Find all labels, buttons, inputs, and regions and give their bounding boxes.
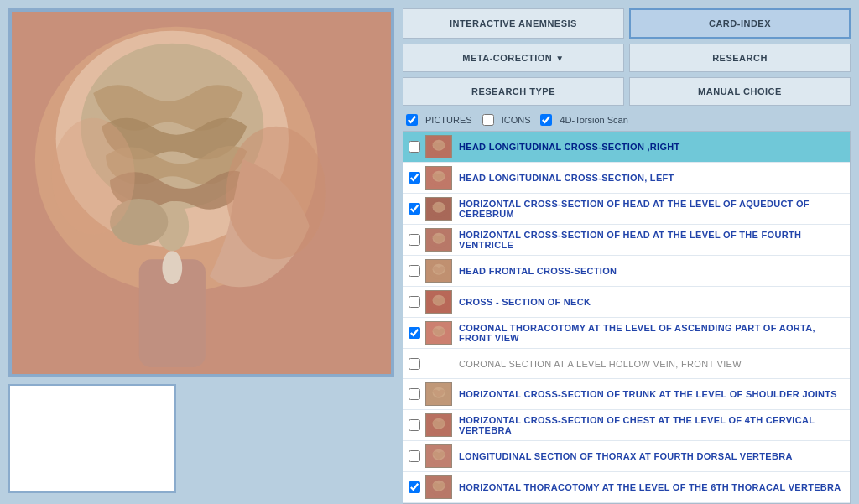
- item-thumbnail: [425, 382, 452, 406]
- pictures-label: PICTURES: [425, 115, 472, 125]
- pictures-filter[interactable]: PICTURES: [406, 114, 472, 126]
- svg-point-8: [226, 127, 326, 260]
- scan-label: 4D-Torsion Scan: [560, 115, 627, 125]
- filter-row: PICTURES ICONS 4D-Torsion Scan: [403, 114, 851, 126]
- item-checkbox[interactable]: [409, 358, 420, 370]
- nav-button-grid: INTERACTIVE ANEMNESIS CARD-INDEX META-CO…: [403, 8, 851, 106]
- list-item[interactable]: HORIZONTAL CROSS-SECTION OF HEAD AT THE …: [403, 194, 850, 225]
- left-panel: [8, 8, 394, 504]
- item-checkbox[interactable]: [409, 481, 420, 493]
- research-type-button[interactable]: RESEARCH TYPE: [403, 77, 624, 106]
- icons-label: ICONS: [502, 115, 531, 125]
- research-button[interactable]: RESEARCH: [629, 44, 851, 72]
- svg-point-9: [52, 118, 135, 235]
- item-thumbnail: [425, 135, 452, 158]
- card-index-button[interactable]: CARD-INDEX: [629, 8, 851, 39]
- item-label: HEAD LONGITUDINAL CROSS-SECTION, LEFT: [459, 173, 674, 183]
- list-item[interactable]: HORIZONTAL CROSS-SECTION OF TRUNK AT THE…: [403, 379, 850, 410]
- item-label: HORIZONTAL CROSS-SECTION OF CHEST AT THE…: [459, 415, 845, 435]
- item-label: HORIZONTAL CROSS-SECTION OF HEAD AT THE …: [459, 230, 845, 250]
- item-thumbnail: [425, 166, 452, 190]
- item-thumbnail: [425, 290, 452, 314]
- pictures-checkbox[interactable]: [406, 114, 418, 126]
- item-thumbnail: [425, 413, 452, 437]
- item-label: HORIZONTAL CROSS-SECTION OF HEAD AT THE …: [459, 199, 845, 219]
- item-label: CROSS - SECTION OF NECK: [459, 297, 591, 307]
- list-item[interactable]: CORONAL SECTION AT A LEVEL HOLLOW VEIN, …: [403, 349, 850, 379]
- item-checkbox[interactable]: [409, 234, 420, 246]
- list-item[interactable]: LONGITUDINAL SECTION OF THORAX AT FOURTH…: [403, 441, 850, 472]
- svg-point-5: [162, 251, 182, 284]
- anatomy-image: [8, 8, 394, 377]
- item-thumbnail: [425, 444, 452, 468]
- anatomy-list[interactable]: HEAD LONGITUDINAL CROSS-SECTION ,RIGHT H…: [403, 131, 851, 504]
- right-panel: INTERACTIVE ANEMNESIS CARD-INDEX META-CO…: [403, 8, 851, 504]
- list-item[interactable]: HEAD LONGITUDINAL CROSS-SECTION ,RIGHT: [403, 132, 850, 163]
- icons-filter[interactable]: ICONS: [482, 114, 531, 126]
- list-item[interactable]: CORONAL THORACOTOMY AT THE LEVEL OF ASCE…: [403, 318, 850, 349]
- item-thumbnail: [425, 259, 452, 283]
- list-item[interactable]: HEAD FRONTAL CROSS-SECTION: [403, 256, 850, 287]
- small-preview-box: [8, 384, 176, 493]
- scan-filter[interactable]: 4D-Torsion Scan: [540, 114, 627, 126]
- item-thumbnail: [425, 321, 452, 345]
- item-label: HORIZONTAL CROSS-SECTION OF TRUNK AT THE…: [459, 389, 837, 399]
- item-label: CORONAL SECTION AT A LEVEL HOLLOW VEIN, …: [459, 359, 742, 369]
- item-checkbox[interactable]: [409, 203, 420, 215]
- list-item[interactable]: HORIZONTAL CROSS-SECTION OF HEAD AT THE …: [403, 225, 850, 256]
- interactive-anemnesis-button[interactable]: INTERACTIVE ANEMNESIS: [403, 8, 624, 39]
- item-checkbox[interactable]: [409, 296, 420, 308]
- icons-checkbox[interactable]: [482, 114, 494, 126]
- item-checkbox[interactable]: [409, 419, 420, 431]
- item-checkbox[interactable]: [409, 450, 420, 462]
- item-label: HEAD FRONTAL CROSS-SECTION: [459, 266, 617, 276]
- item-checkbox[interactable]: [409, 141, 420, 153]
- item-label: LONGITUDINAL SECTION OF THORAX AT FOURTH…: [459, 451, 793, 461]
- item-thumbnail: [425, 228, 452, 252]
- item-label: HORIZONTAL THORACOTOMY AT THE LEVEL OF T…: [459, 482, 841, 492]
- list-item[interactable]: CROSS - SECTION OF NECK: [403, 287, 850, 318]
- item-checkbox[interactable]: [409, 172, 420, 184]
- manual-choice-button[interactable]: MANUAL CHOICE: [629, 77, 851, 106]
- meta-corection-button[interactable]: META-CORECTION ▼: [403, 44, 624, 72]
- dropdown-arrow-icon: ▼: [555, 54, 564, 63]
- item-label: HEAD LONGITUDINAL CROSS-SECTION ,RIGHT: [459, 142, 680, 152]
- list-item[interactable]: HEAD LONGITUDINAL CROSS-SECTION, LEFT: [403, 163, 850, 194]
- list-item[interactable]: HORIZONTAL CROSS-SECTION OF CHEST AT THE…: [403, 410, 850, 441]
- item-checkbox[interactable]: [409, 265, 420, 277]
- item-checkbox[interactable]: [409, 327, 420, 339]
- item-thumbnail: [425, 475, 452, 499]
- list-item[interactable]: HORIZONTAL THORACOTOMY AT THE LEVEL OF T…: [403, 472, 850, 503]
- main-container: INTERACTIVE ANEMNESIS CARD-INDEX META-CO…: [0, 0, 859, 504]
- item-thumbnail: [425, 197, 452, 221]
- scan-checkbox[interactable]: [540, 114, 552, 126]
- item-checkbox[interactable]: [409, 388, 420, 400]
- item-label: CORONAL THORACOTOMY AT THE LEVEL OF ASCE…: [459, 323, 845, 343]
